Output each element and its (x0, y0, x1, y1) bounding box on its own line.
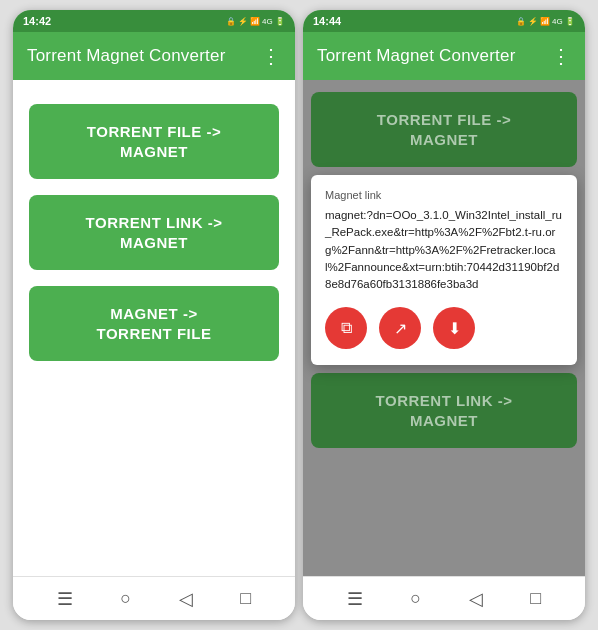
share-icon: ↗ (394, 319, 407, 338)
phone-2: 14:44 🔒 ⚡ 📶 4G 🔋 Torrent Magnet Converte… (303, 10, 585, 620)
nav-back-icon-1[interactable]: ◁ (179, 588, 193, 610)
download-icon: ⬇ (448, 319, 461, 338)
phone-content-2: TORRENT FILE ->MAGNET Magnet link magnet… (303, 80, 585, 576)
torrent-file-to-magnet-button[interactable]: TORRENT FILE ->MAGNET (29, 104, 279, 179)
lock-icon-2: 🔒 (516, 17, 526, 26)
status-icons-1: 🔒 ⚡ 📶 4G 🔋 (226, 17, 285, 26)
bottom-nav-2: ☰ ○ ◁ □ (303, 576, 585, 620)
nav-home-icon-2[interactable]: ○ (410, 588, 421, 609)
download-button[interactable]: ⬇ (433, 307, 475, 349)
torrent-link-to-magnet-button-2: TORRENT LINK ->MAGNET (311, 373, 577, 448)
status-time-1: 14:42 (23, 15, 51, 27)
signal-icons-2: ⚡ 📶 4G 🔋 (528, 17, 575, 26)
share-button[interactable]: ↗ (379, 307, 421, 349)
torrent-link-to-magnet-button[interactable]: TORRENT LINK ->MAGNET (29, 195, 279, 270)
app-bar-1: Torrent Magnet Converter ⋮ (13, 32, 295, 80)
phone-1: 14:42 🔒 ⚡ 📶 4G 🔋 Torrent Magnet Converte… (13, 10, 295, 620)
phones-container: 14:42 🔒 ⚡ 📶 4G 🔋 Torrent Magnet Converte… (5, 2, 593, 628)
app-bar-title-1: Torrent Magnet Converter (27, 46, 226, 66)
dialog-actions: ⧉ ↗ ⬇ (325, 307, 563, 349)
copy-button[interactable]: ⧉ (325, 307, 367, 349)
app-bar-2: Torrent Magnet Converter ⋮ (303, 32, 585, 80)
phone-content-1: TORRENT FILE ->MAGNET TORRENT LINK ->MAG… (13, 80, 295, 576)
torrent-file-to-magnet-button-2: TORRENT FILE ->MAGNET (311, 92, 577, 167)
result-dialog: Magnet link magnet:?dn=OOo_3.1.0_Win32In… (311, 175, 577, 365)
nav-recent-icon-1[interactable]: □ (240, 588, 251, 609)
nav-recent-icon-2[interactable]: □ (530, 588, 541, 609)
dialog-label: Magnet link (325, 189, 563, 201)
nav-home-icon-1[interactable]: ○ (120, 588, 131, 609)
magnet-to-torrent-button[interactable]: MAGNET ->TORRENT FILE (29, 286, 279, 361)
nav-menu-icon-2[interactable]: ☰ (347, 588, 363, 610)
dialog-text: magnet:?dn=OOo_3.1.0_Win32Intel_install_… (325, 207, 563, 293)
nav-back-icon-2[interactable]: ◁ (469, 588, 483, 610)
status-icons-2: 🔒 ⚡ 📶 4G 🔋 (516, 17, 575, 26)
app-bar-title-2: Torrent Magnet Converter (317, 46, 516, 66)
copy-icon: ⧉ (341, 319, 352, 337)
nav-menu-icon-1[interactable]: ☰ (57, 588, 73, 610)
signal-icons: ⚡ 📶 4G 🔋 (238, 17, 285, 26)
status-time-2: 14:44 (313, 15, 341, 27)
menu-icon-1[interactable]: ⋮ (261, 46, 281, 66)
status-bar-1: 14:42 🔒 ⚡ 📶 4G 🔋 (13, 10, 295, 32)
bottom-nav-1: ☰ ○ ◁ □ (13, 576, 295, 620)
menu-icon-2[interactable]: ⋮ (551, 46, 571, 66)
battery-icon: 🔒 (226, 17, 236, 26)
status-bar-2: 14:44 🔒 ⚡ 📶 4G 🔋 (303, 10, 585, 32)
